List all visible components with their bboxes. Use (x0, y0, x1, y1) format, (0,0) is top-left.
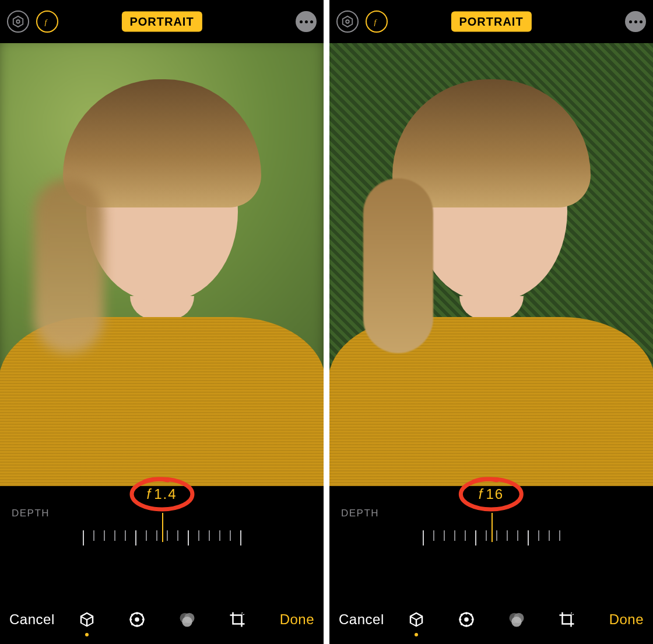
svg-line-11 (141, 624, 142, 625)
adjust-icon[interactable] (457, 610, 476, 629)
bottom-bar: Cancel Done (0, 595, 324, 644)
lighting-hex-icon[interactable] (336, 10, 359, 33)
edit-tools (77, 610, 247, 629)
svg-point-16 (182, 617, 192, 627)
edit-tools (406, 610, 577, 629)
depth-label: DEPTH (12, 508, 50, 519)
slider-marker[interactable] (491, 513, 493, 542)
svg-line-13 (131, 624, 133, 625)
crop-icon[interactable] (557, 610, 577, 629)
photo-subject (329, 103, 653, 486)
svg-line-27 (461, 614, 462, 616)
lighting-hex-icon[interactable] (7, 10, 29, 33)
svg-point-18 (346, 20, 349, 23)
depth-label: DEPTH (341, 508, 379, 519)
mode-badge[interactable]: PORTRAIT (451, 12, 531, 32)
filters-icon[interactable] (177, 610, 197, 629)
filters-icon[interactable] (507, 610, 526, 629)
slider-marker[interactable] (162, 513, 163, 542)
svg-point-33 (511, 617, 522, 627)
depth-slider[interactable] (329, 530, 653, 565)
cube-icon[interactable] (406, 610, 426, 629)
mode-badge[interactable]: PORTRAIT (121, 12, 202, 32)
photo-preview[interactable] (329, 43, 653, 486)
svg-point-22 (465, 618, 468, 621)
editor-panel-right: f PORTRAIT DEPTH (329, 0, 653, 644)
top-bar: f PORTRAIT (329, 0, 653, 43)
cancel-button[interactable]: Cancel (339, 611, 384, 628)
crop-icon[interactable] (227, 610, 247, 629)
svg-line-29 (470, 614, 472, 616)
svg-point-5 (135, 618, 138, 621)
photo-preview[interactable] (0, 43, 324, 486)
cancel-button[interactable]: Cancel (9, 611, 55, 628)
adjust-icon[interactable] (127, 610, 147, 629)
cube-icon[interactable] (77, 610, 97, 629)
bottom-bar: Cancel Done (329, 595, 653, 644)
aperture-f-icon[interactable]: f (36, 10, 58, 33)
svg-text:f: f (45, 17, 48, 26)
more-icon[interactable] (625, 11, 646, 32)
top-bar: f PORTRAIT (0, 0, 324, 43)
svg-marker-0 (13, 16, 23, 27)
depth-f-value: f1.4 (146, 486, 177, 502)
done-button[interactable]: Done (609, 611, 644, 628)
svg-text:f: f (374, 17, 378, 26)
more-icon[interactable] (296, 11, 317, 32)
svg-line-30 (461, 624, 462, 625)
svg-point-1 (16, 20, 20, 23)
editor-panel-left: f PORTRAIT DEPTH (0, 0, 324, 644)
depth-f-value: f16 (479, 486, 504, 502)
svg-line-10 (131, 614, 133, 616)
svg-line-28 (470, 624, 472, 625)
comparison-wrap: f PORTRAIT DEPTH (0, 0, 653, 644)
depth-slider[interactable] (0, 530, 324, 565)
photo-subject (0, 103, 324, 486)
svg-line-12 (141, 614, 142, 616)
aperture-f-icon[interactable]: f (366, 10, 388, 33)
svg-marker-17 (343, 16, 353, 27)
done-button[interactable]: Done (280, 611, 314, 628)
